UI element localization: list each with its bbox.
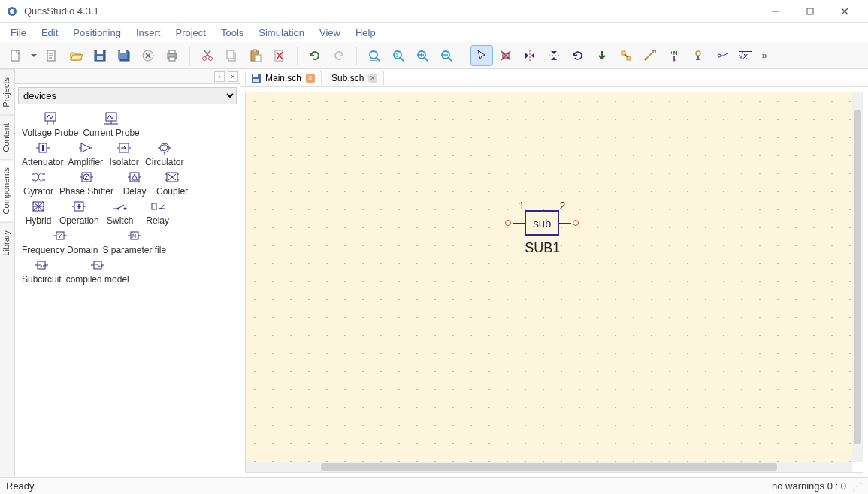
comp-hybrid[interactable]: Hybrid: [20, 198, 57, 226]
menu-tools[interactable]: Tools: [213, 24, 251, 41]
comp-s-parameter-file[interactable]: NS parameter file: [100, 227, 168, 255]
window-minimize-button[interactable]: [758, 0, 793, 23]
vtab-content[interactable]: Content: [0, 115, 14, 160]
tb-ground-icon[interactable]: [711, 45, 733, 66]
svg-text:C++: C++: [95, 264, 104, 268]
panel-undock-button[interactable]: ▫: [214, 71, 225, 82]
svg-rect-22: [255, 55, 261, 62]
svg-rect-6: [97, 50, 103, 54]
menu-file[interactable]: File: [3, 24, 34, 41]
tb-label-icon[interactable]: +N: [663, 45, 685, 66]
tb-paste-icon[interactable]: [244, 45, 267, 66]
tb-mirror-v-icon[interactable]: [543, 45, 565, 66]
svg-point-15: [174, 54, 176, 56]
status-left: Ready.: [6, 480, 36, 492]
comp-amplifier[interactable]: Amplifier: [65, 140, 105, 167]
tb-save-all-icon[interactable]: [113, 45, 135, 66]
tb-cursor-icon[interactable]: [470, 45, 493, 66]
window-maximize-button[interactable]: [793, 0, 827, 23]
tb-zoom-1-icon[interactable]: 1: [387, 45, 410, 66]
schematic-subcircuit-instance[interactable]: sub 1 2 SUB1: [525, 210, 560, 256]
tb-wire-icon[interactable]: [639, 45, 661, 66]
comp-relay[interactable]: Relay: [139, 198, 177, 226]
svg-rect-23: [275, 50, 283, 61]
file-tab-sub[interactable]: Sub.sch ✕: [325, 71, 384, 85]
comp-compiled-model[interactable]: C++compiled model: [64, 257, 132, 285]
comp-phase-shifter[interactable]: Phase Shifter: [57, 169, 116, 197]
vertical-scrollbar[interactable]: [852, 92, 863, 462]
svg-rect-21: [253, 50, 256, 53]
pin-1-label: 1: [519, 200, 525, 212]
resize-grip-icon[interactable]: ⋰: [852, 480, 862, 492]
comp-operation[interactable]: Operation: [57, 198, 101, 226]
comp-voltage-probe[interactable]: Voltage Probe: [20, 110, 80, 138]
menu-simulation[interactable]: Simulation: [251, 24, 312, 41]
window-close-button[interactable]: [827, 0, 862, 23]
tb-overflow-icon[interactable]: »: [759, 50, 770, 61]
tb-zoom-in-icon[interactable]: [411, 45, 434, 66]
tb-downarrow-icon[interactable]: [591, 45, 613, 66]
menu-positioning[interactable]: Positioning: [65, 24, 129, 41]
horizontal-scrollbar[interactable]: [246, 462, 852, 472]
comp-circulator[interactable]: Circulator: [143, 140, 186, 167]
svg-rect-44: [42, 145, 44, 151]
close-icon[interactable]: ✕: [368, 74, 377, 83]
comp-attenuator[interactable]: Attenuator: [20, 140, 65, 167]
tb-copy-icon[interactable]: [220, 45, 243, 66]
svg-point-56: [160, 208, 162, 209]
menu-help[interactable]: Help: [348, 24, 383, 41]
tb-new-dropdown-icon[interactable]: [29, 45, 39, 66]
app-icon: [6, 5, 18, 17]
tb-rotate-icon[interactable]: [567, 45, 589, 66]
editor-area: Main.sch ✕ Sub.sch ✕ sub 1 2 SUB1: [240, 69, 868, 477]
file-tab-label: Sub.sch: [331, 73, 364, 83]
vtab-projects[interactable]: Projects: [0, 69, 14, 115]
vtab-library[interactable]: Library: [0, 222, 14, 264]
vtab-components[interactable]: Components: [0, 159, 14, 221]
menu-project[interactable]: Project: [168, 24, 213, 41]
menu-edit[interactable]: Edit: [34, 24, 65, 41]
tb-new-icon[interactable]: [5, 45, 27, 66]
comp-switch[interactable]: Switch: [101, 198, 139, 226]
comp-delay[interactable]: Delay: [116, 169, 153, 197]
tb-redo-icon[interactable]: [328, 45, 350, 66]
tb-mirror-h-icon[interactable]: [519, 45, 541, 66]
svg-point-37: [718, 54, 721, 57]
comp-frequency-domain[interactable]: YFrequency Domain: [20, 227, 100, 255]
tb-zoom-fit-icon[interactable]: [363, 45, 386, 66]
tb-port-icon[interactable]: [687, 45, 709, 66]
schematic-canvas[interactable]: sub 1 2 SUB1: [246, 92, 852, 462]
title-bar: QucsStudio 4.3.1: [0, 0, 868, 23]
comp-isolator[interactable]: Isolator: [105, 140, 143, 167]
svg-text:Y: Y: [58, 233, 62, 239]
comp-subcircuit[interactable]: SubSubcircuit: [20, 257, 64, 285]
menu-insert[interactable]: Insert: [129, 24, 168, 41]
components-panel: ▫ × devices Voltage Probe Current Probe …: [15, 69, 240, 477]
file-tab-label: Main.sch: [265, 73, 301, 83]
tb-print-icon[interactable]: [161, 45, 183, 66]
tb-align-icon[interactable]: [615, 45, 637, 66]
pin-2-label: 2: [559, 200, 565, 212]
tb-deactivate-icon[interactable]: [494, 45, 517, 66]
comp-gyrator[interactable]: Gyrator: [20, 169, 57, 197]
close-icon[interactable]: ✕: [306, 74, 315, 83]
comp-coupler[interactable]: Coupler: [153, 169, 191, 197]
tb-new-text-icon[interactable]: [41, 45, 63, 66]
status-bar: Ready. no warnings 0 : 0 ⋰: [0, 477, 868, 494]
menu-view[interactable]: View: [312, 24, 348, 41]
tb-sep-2: [297, 47, 298, 65]
tb-delete-icon[interactable]: [268, 45, 291, 66]
tb-undo-icon[interactable]: [304, 45, 326, 66]
comp-current-probe[interactable]: Current Probe: [80, 110, 141, 138]
tb-equation-icon[interactable]: √x: [735, 45, 758, 66]
tb-save-icon[interactable]: [89, 45, 111, 66]
tb-zoom-out-icon[interactable]: [435, 45, 458, 66]
tb-close-icon[interactable]: [137, 45, 159, 66]
app-title: QucsStudio 4.3.1: [24, 5, 99, 17]
category-dropdown[interactable]: devices: [18, 87, 237, 104]
tb-open-icon[interactable]: [65, 45, 87, 66]
panel-close-button[interactable]: ×: [228, 71, 238, 82]
file-tab-main[interactable]: Main.sch ✕: [245, 71, 322, 85]
tb-cut-icon[interactable]: [196, 45, 219, 66]
tb-sep-4: [464, 47, 464, 65]
